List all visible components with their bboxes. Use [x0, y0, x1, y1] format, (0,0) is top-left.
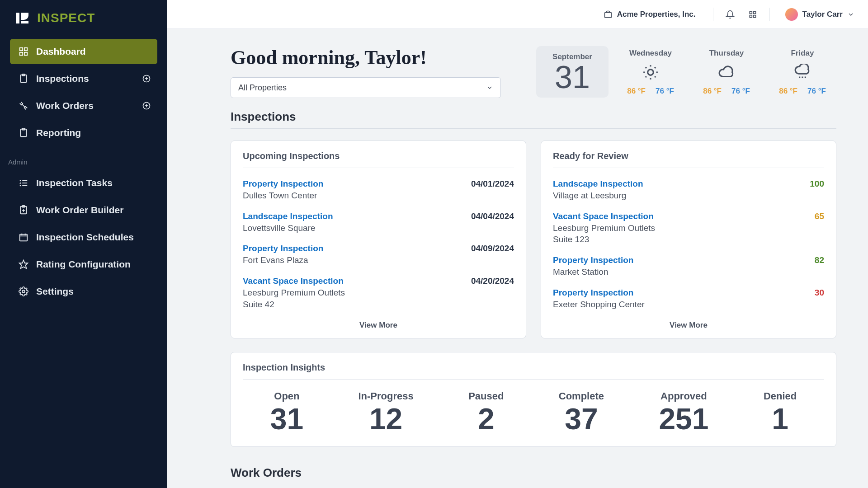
plus-icon[interactable]	[142, 101, 151, 110]
chevron-down-icon	[847, 11, 854, 18]
inspection-type-link[interactable]: Property Inspection	[243, 244, 323, 253]
inspection-date: 04/01/2024	[471, 179, 514, 189]
card-rule	[243, 379, 824, 380]
sidebar-item-settings[interactable]: Settings	[10, 279, 157, 304]
metric-label: Denied	[764, 390, 797, 402]
card-title: Upcoming Inspections	[243, 151, 514, 161]
org-name: Acme Properties, Inc.	[617, 10, 696, 19]
inspection-item[interactable]: Property InspectionFort Evans Plaza04/09…	[243, 240, 514, 272]
sidebar-item-label: Settings	[36, 286, 74, 297]
sidebar-item-inspection-schedules[interactable]: Inspection Schedules	[10, 225, 157, 250]
inspection-type-link[interactable]: Vacant Space Inspection	[243, 276, 345, 286]
sidebar-item-label: Rating Configuration	[36, 259, 131, 270]
svg-rect-2	[20, 48, 23, 51]
temp-lo: 76 °F	[807, 87, 826, 96]
svg-rect-33	[750, 15, 752, 17]
gear-icon	[18, 286, 29, 297]
logo[interactable]: INSPECT	[0, 0, 167, 39]
sidebar-item-reporting[interactable]: Reporting	[10, 120, 157, 145]
svg-rect-30	[604, 12, 611, 17]
inspection-score: 65	[815, 211, 824, 221]
section-rule	[231, 128, 836, 129]
chevron-down-icon	[486, 84, 493, 91]
temp-lo: 76 °F	[731, 87, 750, 96]
clipboard-plus-icon	[18, 205, 29, 216]
review-item[interactable]: Property InspectionExeter Shopping Cente…	[553, 284, 824, 317]
review-item[interactable]: Landscape InspectionVillage at Leesburg1…	[553, 175, 824, 208]
metric-value: 2	[468, 404, 504, 434]
view-more-review[interactable]: View More	[553, 316, 824, 331]
sidebar-item-work-orders[interactable]: Work Orders	[10, 93, 157, 118]
property-filter-select[interactable]: All Properties	[231, 77, 501, 98]
inspection-type-link[interactable]: Property Inspection	[553, 288, 645, 298]
sidebar-item-dashboard[interactable]: Dashboard	[10, 39, 157, 64]
nav-admin: Inspection Tasks Work Order Builder Insp…	[0, 170, 167, 304]
weather-day: Thursday86 °F76 °F	[693, 46, 760, 98]
inspection-type-link[interactable]: Landscape Inspection	[553, 179, 643, 189]
weather-sun-icon	[617, 62, 684, 82]
weather-widget: September 31 Wednesday86 °F76 °FThursday…	[536, 46, 836, 98]
svg-rect-0	[16, 13, 19, 23]
svg-point-35	[648, 70, 654, 75]
inspection-location: Lovettsville Square	[243, 222, 333, 234]
notifications-button[interactable]	[721, 5, 740, 24]
metric-label: In-Progress	[358, 390, 413, 402]
metric-label: Open	[270, 390, 303, 402]
inspection-type-link[interactable]: Property Inspection	[553, 255, 633, 265]
content: Good morning, Taylor! All Properties Sep…	[167, 29, 868, 488]
insight-metric: Approved251	[659, 390, 708, 434]
inspection-type-link[interactable]: Landscape Inspection	[243, 211, 333, 221]
plus-icon[interactable]	[142, 74, 151, 83]
metric-value: 37	[559, 404, 604, 434]
inspection-location: Village at Leesburg	[553, 190, 643, 202]
inspection-score: 30	[815, 288, 824, 298]
weather-day-name: Friday	[769, 49, 836, 58]
card-title: Ready for Review	[553, 151, 824, 161]
sidebar-item-label: Work Orders	[36, 100, 94, 111]
inspection-item[interactable]: Landscape InspectionLovettsville Square0…	[243, 208, 514, 240]
review-item[interactable]: Property InspectionMarket Station82	[553, 252, 824, 284]
user-menu[interactable]: Taylor Carr	[777, 8, 854, 21]
inspection-date: 04/20/2024	[471, 276, 514, 286]
calendar-icon	[18, 232, 29, 243]
weather-rain-icon	[769, 62, 836, 82]
inspection-item[interactable]: Property InspectionDulles Town Center04/…	[243, 175, 514, 208]
section-inspections-title: Inspections	[231, 110, 836, 124]
inspection-type-link[interactable]: Property Inspection	[243, 179, 323, 189]
briefcase-icon	[604, 10, 613, 19]
review-item[interactable]: Vacant Space InspectionLeesburg Premium …	[553, 208, 824, 252]
property-filter-value: All Properties	[238, 83, 287, 93]
avatar	[785, 8, 798, 21]
upcoming-inspections-card: Upcoming Inspections Property Inspection…	[231, 141, 526, 338]
inspection-location: Dulles Town Center	[243, 190, 323, 202]
inspection-insights-card: Inspection Insights Open31In-Progress12P…	[231, 352, 836, 447]
sidebar-item-rating-configuration[interactable]: Rating Configuration	[10, 252, 157, 277]
svg-rect-3	[24, 48, 27, 51]
weather-cloud-icon	[693, 62, 760, 82]
svg-rect-24	[20, 235, 28, 241]
inspection-location: Exeter Shopping Center	[553, 299, 645, 310]
sidebar-item-work-order-builder[interactable]: Work Order Builder	[10, 197, 157, 223]
sidebar-item-label: Inspections	[36, 73, 89, 84]
view-more-upcoming[interactable]: View More	[243, 316, 514, 331]
inspection-score: 100	[810, 179, 824, 189]
insight-metric: Denied1	[764, 390, 797, 434]
org-switcher[interactable]: Acme Properties, Inc.	[604, 10, 706, 19]
inspection-item[interactable]: Vacant Space InspectionLeesburg Premium …	[243, 272, 514, 316]
metric-value: 12	[358, 404, 413, 434]
weather-today-day: 31	[550, 61, 595, 93]
svg-rect-34	[753, 15, 755, 17]
greeting: Good morning, Taylor!	[231, 46, 525, 69]
svg-line-43	[655, 67, 656, 68]
apps-button[interactable]	[743, 5, 762, 24]
sidebar-item-label: Inspection Tasks	[36, 178, 113, 188]
sidebar-item-inspections[interactable]: Inspections	[10, 66, 157, 91]
sidebar-item-inspection-tasks[interactable]: Inspection Tasks	[10, 170, 157, 196]
star-icon	[18, 259, 29, 270]
inspection-location: Market Station	[553, 266, 633, 278]
inspection-type-link[interactable]: Vacant Space Inspection	[553, 211, 655, 221]
sidebar-item-label: Dashboard	[36, 46, 86, 57]
weather-today: September 31	[536, 46, 609, 98]
sidebar-item-label: Work Order Builder	[36, 205, 123, 216]
metric-value: 251	[659, 404, 708, 434]
